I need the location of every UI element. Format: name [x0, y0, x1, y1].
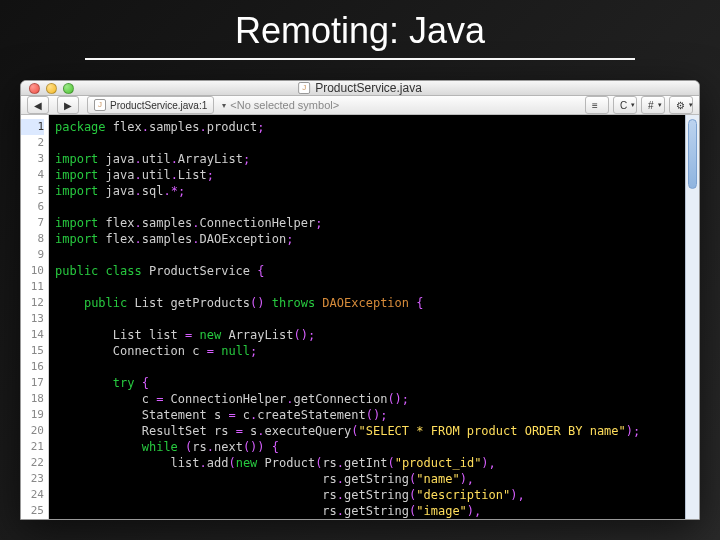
line-number: 24: [21, 487, 44, 503]
editor-window: J ProductService.java ◀ ▶ J ProductServi…: [20, 80, 700, 520]
minimize-icon[interactable]: [46, 83, 57, 94]
java-file-icon: J: [298, 82, 310, 94]
line-number: 17: [21, 375, 44, 391]
line-number: 22: [21, 455, 44, 471]
code-line: import java.util.List;: [55, 167, 679, 183]
line-number: 18: [21, 391, 44, 407]
window-titlebar[interactable]: J ProductService.java: [21, 81, 699, 96]
document-path-label: ProductService.java:1: [110, 100, 207, 111]
line-number: 16: [21, 359, 44, 375]
hash-label: #: [648, 100, 654, 111]
line-number: 13: [21, 311, 44, 327]
window-title: J ProductService.java: [298, 81, 422, 95]
code-line: rs.getString("name"),: [55, 471, 679, 487]
line-number: 15: [21, 343, 44, 359]
line-number: 14: [21, 327, 44, 343]
counterpart-label: C: [620, 100, 627, 111]
chevron-left-icon: ◀: [34, 100, 42, 111]
zoom-icon[interactable]: [63, 83, 74, 94]
chevron-right-icon: ▶: [64, 100, 72, 111]
code-line: rs.getString("description"),: [55, 487, 679, 503]
code-line: list.add(new Product(rs.getInt("product_…: [55, 455, 679, 471]
document-path-button[interactable]: J ProductService.java:1: [87, 96, 214, 114]
vertical-scrollbar[interactable]: [685, 115, 699, 519]
code-line: rs.getString("image"),: [55, 503, 679, 519]
line-number: 2: [21, 135, 44, 151]
code-line: [55, 247, 679, 263]
gear-icon: ⚙: [676, 100, 685, 111]
code-line: package flex.samples.product;: [55, 119, 679, 135]
line-number-gutter: 1234567891011121314151617181920212223242…: [21, 115, 49, 519]
close-icon[interactable]: [29, 83, 40, 94]
counterpart-button[interactable]: C▾: [613, 96, 637, 114]
code-line: Connection c = null;: [55, 343, 679, 359]
code-line: [55, 311, 679, 327]
line-number: 9: [21, 247, 44, 263]
line-number: 3: [21, 151, 44, 167]
slide-title: Remoting: Java: [0, 0, 720, 64]
code-line: while (rs.next()) {: [55, 439, 679, 455]
code-line: c = ConnectionHelper.getConnection();: [55, 391, 679, 407]
code-line: try {: [55, 375, 679, 391]
code-line: public List getProducts() throws DAOExce…: [55, 295, 679, 311]
code-line: [55, 359, 679, 375]
line-number: 19: [21, 407, 44, 423]
line-number: 5: [21, 183, 44, 199]
line-number: 4: [21, 167, 44, 183]
line-number: 23: [21, 471, 44, 487]
nav-forward-button[interactable]: ▶: [57, 96, 79, 114]
tool-button-1[interactable]: ≡: [585, 96, 609, 114]
line-number: 10: [21, 263, 44, 279]
line-number: 8: [21, 231, 44, 247]
line-number: 12: [21, 295, 44, 311]
slide-title-underline: [85, 58, 635, 60]
code-line: import flex.samples.ConnectionHelper;: [55, 215, 679, 231]
code-line: Statement s = c.createStatement();: [55, 407, 679, 423]
settings-button[interactable]: ⚙▾: [669, 96, 693, 114]
code-line: List list = new ArrayList();: [55, 327, 679, 343]
code-editor[interactable]: package flex.samples.product; import jav…: [49, 115, 685, 519]
line-number: 25: [21, 503, 44, 519]
line-number: 11: [21, 279, 44, 295]
window-title-text: ProductService.java: [315, 81, 422, 95]
code-line: [55, 135, 679, 151]
line-number: 6: [21, 199, 44, 215]
editor-toolbar: ◀ ▶ J ProductService.java:1 ▾ <No select…: [21, 96, 699, 115]
line-number: 1: [21, 119, 44, 135]
code-line: import java.util.ArrayList;: [55, 151, 679, 167]
symbol-selector[interactable]: ▾ <No selected symbol>: [222, 99, 577, 111]
nav-back-button[interactable]: ◀: [27, 96, 49, 114]
code-line: public class ProductService {: [55, 263, 679, 279]
code-line: import flex.samples.DAOException;: [55, 231, 679, 247]
breakpoints-button[interactable]: #▾: [641, 96, 665, 114]
code-line: [55, 199, 679, 215]
symbol-selector-label: <No selected symbol>: [230, 99, 339, 111]
code-line: [55, 279, 679, 295]
code-line: import java.sql.*;: [55, 183, 679, 199]
scrollbar-thumb[interactable]: [688, 119, 697, 189]
line-number: 7: [21, 215, 44, 231]
chevron-down-icon: ▾: [222, 101, 226, 110]
line-number: 20: [21, 423, 44, 439]
java-file-icon: J: [94, 99, 106, 111]
editor-area: 1234567891011121314151617181920212223242…: [21, 115, 699, 519]
window-controls: [29, 83, 74, 94]
line-number: 21: [21, 439, 44, 455]
code-line: ResultSet rs = s.executeQuery("SELECT * …: [55, 423, 679, 439]
